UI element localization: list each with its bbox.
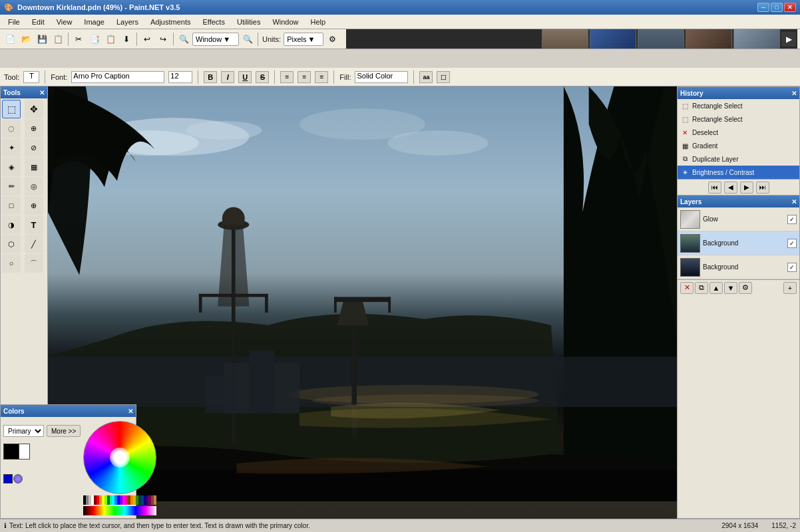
tool-text[interactable]: T bbox=[25, 215, 43, 234]
tool-freeform[interactable]: ⌒ bbox=[25, 254, 43, 273]
layer-item-background2[interactable]: Background ✓ bbox=[678, 255, 799, 279]
tool-shapes[interactable]: ⬡ bbox=[2, 235, 21, 253]
titlebar-controls[interactable]: ─ □ ✕ bbox=[757, 3, 796, 12]
layer-background2-visibility[interactable]: ✓ bbox=[787, 263, 797, 272]
history-item-duplicate-layer[interactable]: ⧉ Duplicate Layer bbox=[678, 152, 799, 166]
tool-ellipse[interactable]: ○ bbox=[2, 254, 21, 273]
zoom-dropdown[interactable]: Window ▼ bbox=[192, 33, 239, 46]
tool-brush[interactable]: ◎ bbox=[25, 177, 43, 196]
tool-eraser[interactable]: □ bbox=[2, 196, 21, 215]
zoom-in-button[interactable]: 🔍 bbox=[240, 32, 255, 47]
align-center-button[interactable]: ≡ bbox=[298, 71, 311, 83]
tool-line[interactable]: ╱ bbox=[25, 235, 43, 253]
tool-move[interactable]: ✥ bbox=[25, 100, 43, 118]
transparent-color[interactable] bbox=[3, 474, 13, 483]
tool-zoom[interactable]: ⊕ bbox=[25, 119, 43, 138]
photo-thumb-1[interactable] bbox=[542, 29, 588, 49]
history-item-deselect[interactable]: ✕ Deselect bbox=[678, 126, 799, 139]
extra-color-dot[interactable] bbox=[13, 474, 23, 483]
minimize-button[interactable]: ─ bbox=[757, 3, 769, 12]
bold-button[interactable]: B bbox=[204, 71, 217, 83]
layer-add-button[interactable]: + bbox=[783, 282, 797, 294]
layer-duplicate-button[interactable]: ⧉ bbox=[695, 282, 708, 294]
history-item-rect-select-1[interactable]: ⬚ Rectangle Select bbox=[678, 99, 799, 112]
layer-move-up-button[interactable]: ▲ bbox=[709, 282, 723, 294]
copy-button[interactable]: 📑 bbox=[87, 32, 102, 47]
colors-close-icon[interactable]: ✕ bbox=[128, 408, 133, 415]
menu-edit[interactable]: Edit bbox=[27, 17, 50, 27]
menu-window[interactable]: Window bbox=[267, 17, 303, 27]
open-button[interactable]: 📂 bbox=[19, 32, 33, 47]
history-item-gradient[interactable]: ▦ Gradient bbox=[678, 139, 799, 152]
strikethrough-button[interactable]: S bbox=[256, 71, 269, 83]
zoom-out-button[interactable]: 🔍 bbox=[176, 32, 191, 47]
photo-thumb-2[interactable] bbox=[590, 29, 636, 49]
foreground-color-swatch[interactable] bbox=[3, 444, 19, 460]
save-button[interactable]: 💾 bbox=[35, 32, 49, 47]
menu-help[interactable]: Help bbox=[305, 17, 331, 27]
font-selector[interactable]: Arno Pro Caption bbox=[71, 71, 164, 83]
paste-button[interactable]: 📋 bbox=[103, 32, 118, 47]
history-prev-button[interactable]: ◀ bbox=[724, 182, 737, 194]
menu-file[interactable]: File bbox=[3, 17, 25, 27]
history-last-button[interactable]: ⏭ bbox=[756, 182, 769, 194]
blend-button[interactable]: ⬚ bbox=[437, 71, 450, 83]
photo-thumb-4[interactable] bbox=[686, 29, 732, 49]
layer-move-down-button[interactable]: ▼ bbox=[724, 282, 737, 294]
history-item-rect-select-2[interactable]: ⬚ Rectangle Select bbox=[678, 112, 799, 126]
tool-clone[interactable]: ⊕ bbox=[25, 196, 43, 215]
history-next-button[interactable]: ▶ bbox=[740, 182, 753, 194]
tool-gradient[interactable]: ▦ bbox=[25, 158, 43, 176]
palette-color-swatch[interactable] bbox=[154, 495, 156, 505]
photo-thumb-5[interactable] bbox=[733, 29, 780, 49]
save-as-button[interactable]: 📋 bbox=[51, 32, 65, 47]
tool-lasso[interactable]: ◌ bbox=[2, 119, 21, 138]
more-colors-button[interactable]: More >> bbox=[47, 425, 81, 437]
primary-selector[interactable]: Primary bbox=[3, 425, 44, 437]
units-settings-button[interactable]: ⚙ bbox=[325, 32, 339, 47]
menu-utilities[interactable]: Utilities bbox=[232, 17, 266, 27]
photo-scroll-right[interactable]: ▶ bbox=[781, 32, 796, 47]
layers-close-icon[interactable]: ✕ bbox=[791, 198, 797, 205]
undo-button[interactable]: ↩ bbox=[140, 32, 154, 47]
tool-rectangle-select[interactable]: ⬚ bbox=[2, 100, 21, 118]
tool-paintbucket[interactable]: ◈ bbox=[2, 158, 21, 176]
fill-selector[interactable]: Solid Color bbox=[355, 71, 408, 83]
tools-close-icon[interactable]: ✕ bbox=[39, 89, 45, 96]
menu-image[interactable]: Image bbox=[79, 17, 110, 27]
tool-selector[interactable]: T bbox=[23, 71, 39, 83]
history-first-button[interactable]: ⏮ bbox=[708, 182, 721, 194]
close-button[interactable]: ✕ bbox=[784, 3, 796, 12]
color-gradient-strip[interactable] bbox=[83, 506, 156, 515]
align-right-button[interactable]: ≡ bbox=[315, 71, 328, 83]
photo-thumb-3[interactable] bbox=[638, 29, 684, 49]
color-wheel[interactable] bbox=[83, 421, 156, 494]
layer-glow-visibility[interactable]: ✓ bbox=[787, 215, 797, 224]
tool-eyedropper[interactable]: ⊘ bbox=[25, 138, 43, 157]
tool-recolor[interactable]: ◑ bbox=[2, 215, 21, 234]
cut-button[interactable]: ✂ bbox=[71, 32, 86, 47]
units-dropdown[interactable]: Pixels ▼ bbox=[284, 33, 323, 46]
menu-layers[interactable]: Layers bbox=[111, 17, 144, 27]
tool-magic-wand[interactable]: ✦ bbox=[2, 138, 21, 157]
italic-button[interactable]: I bbox=[221, 71, 234, 83]
new-button[interactable]: 📄 bbox=[3, 32, 17, 47]
layer-delete-button[interactable]: ✕ bbox=[680, 282, 694, 294]
redo-button[interactable]: ↪ bbox=[156, 32, 170, 47]
layer-item-background[interactable]: Background ✓ bbox=[678, 231, 799, 255]
align-left-button[interactable]: ≡ bbox=[280, 71, 294, 83]
history-item-brightness-contrast[interactable]: ☀ Brightness / Contrast bbox=[678, 166, 799, 179]
layer-item-glow[interactable]: Glow ✓ bbox=[678, 207, 799, 231]
tool-pencil[interactable]: ✏ bbox=[2, 177, 21, 196]
antialiasing-button[interactable]: aa bbox=[419, 71, 433, 83]
menu-view[interactable]: View bbox=[51, 17, 78, 27]
underline-button[interactable]: U bbox=[238, 71, 252, 83]
menu-adjustments[interactable]: Adjustments bbox=[145, 17, 196, 27]
font-size-input[interactable]: 12 bbox=[168, 71, 192, 83]
layer-background-visibility[interactable]: ✓ bbox=[787, 239, 797, 248]
paste-into-button[interactable]: ⬇ bbox=[119, 32, 134, 47]
history-close-icon[interactable]: ✕ bbox=[791, 90, 797, 97]
menu-effects[interactable]: Effects bbox=[198, 17, 230, 27]
maximize-button[interactable]: □ bbox=[771, 3, 783, 12]
layer-properties-button[interactable]: ⚙ bbox=[739, 282, 752, 294]
